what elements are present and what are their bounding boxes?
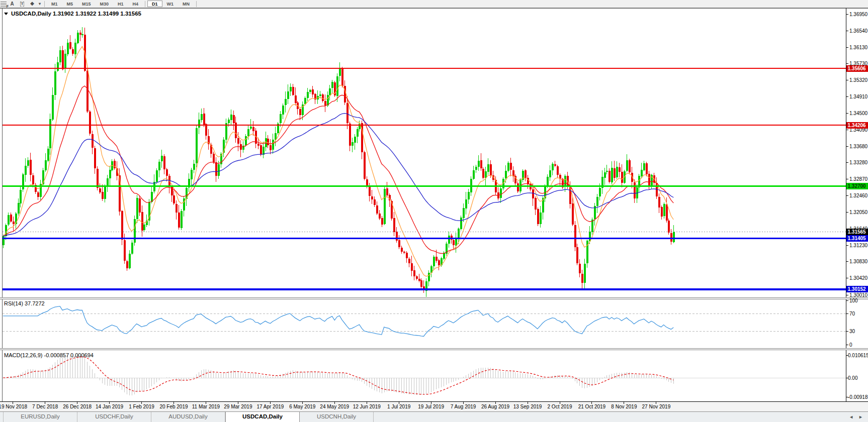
- tab-usdchf-daily[interactable]: USDCHF,Daily: [77, 412, 151, 422]
- macd-axis-label: 0.00: [848, 375, 858, 381]
- date-label: 19 Jul 2019: [418, 404, 444, 409]
- price-tick-label: 1.30420: [849, 275, 868, 281]
- timeframe-h4-button[interactable]: H4: [128, 1, 143, 7]
- date-label: 19 Nov 2018: [0, 404, 27, 409]
- chart-toolbar: F A T ❖ ▾ M1 M5 M15 M30 H1 H4 D1 W1 MN: [0, 0, 868, 8]
- date-label: 8 Nov 2019: [611, 404, 637, 409]
- toolbar-separator: [196, 1, 197, 7]
- price-tick-label: 1.33680: [849, 144, 868, 149]
- level-badge-1.34206-text: 1.34206: [848, 123, 866, 128]
- tab-usdcnh-daily[interactable]: USDCNH,Daily: [300, 412, 374, 422]
- date-label: 20 Feb 2019: [159, 404, 188, 409]
- timeframe-d1-button[interactable]: D1: [147, 1, 162, 7]
- price-tick-label: 1.32050: [849, 209, 868, 215]
- rsi-label: RSI(14) 37.7272: [4, 300, 45, 306]
- date-label: 29 Mar 2019: [224, 404, 252, 409]
- timeframe-m5-button[interactable]: M5: [62, 1, 78, 7]
- toolbar-separator: [44, 1, 45, 7]
- date-label: 12 Jun 2019: [353, 404, 381, 409]
- text-label-tool-icon[interactable]: T: [17, 1, 27, 7]
- level-badge-1.32700-text: 1.32700: [848, 183, 866, 189]
- timeframe-w1-button[interactable]: W1: [162, 1, 179, 7]
- date-label: 14 Jan 2019: [96, 404, 123, 409]
- tab-usdcad-daily[interactable]: USDCAD,Daily: [225, 411, 300, 422]
- date-label: 6 May 2019: [289, 404, 316, 409]
- date-label: 17 Apr 2019: [256, 404, 284, 409]
- macd-axis-label: 0.010615: [848, 353, 868, 358]
- timeframe-h1-button[interactable]: H1: [113, 1, 128, 7]
- arrows-tool-icon[interactable]: ❖: [27, 1, 37, 7]
- price-tick-label: 1.32870: [849, 176, 868, 182]
- tab-audusd-daily[interactable]: AUDUSD,Daily: [151, 412, 225, 422]
- toolbar-separator: [145, 1, 145, 7]
- timeframe-m30-button[interactable]: M30: [96, 1, 114, 7]
- date-label: 1 Jul 2019: [387, 404, 411, 409]
- price-tick-label: 1.33280: [849, 160, 868, 165]
- price-tick-label: 1.35320: [849, 77, 868, 83]
- level-badge-1.30152-text: 1.30152: [848, 286, 866, 292]
- price-tick-label: 1.31230: [849, 243, 868, 248]
- date-label: 7 Dec 2018: [32, 404, 58, 409]
- price-tick-label: 1.34500: [849, 111, 868, 116]
- macd-label: MACD(12,26,9) -0.000857 0.000694: [4, 352, 94, 358]
- tab-eurusd-daily[interactable]: EURUSD,Daily: [3, 412, 77, 422]
- trading-platform-window: F A T ❖ ▾ M1 M5 M15 M30 H1 H4 D1 W1 MN R…: [0, 0, 868, 422]
- tab-scroll-controls: ◄ ►: [849, 412, 868, 422]
- price-tick-label: 1.34910: [849, 94, 868, 99]
- toolbar-grip-icon[interactable]: F: [0, 1, 7, 7]
- price-tick-label: 1.32460: [849, 193, 868, 198]
- level-badge-1.31405-text: 1.31405: [848, 236, 866, 241]
- price-tick-label: 1.30830: [849, 259, 868, 264]
- arrows-dropdown-icon[interactable]: ▾: [37, 1, 42, 7]
- price-tick-label: 1.36540: [849, 28, 868, 34]
- rsi-axis-label: 0: [849, 342, 852, 348]
- symbol-tab-bar: EURUSD,Daily USDCHF,Daily AUDUSD,Daily U…: [0, 411, 868, 422]
- macd-axis-label: -0.009181: [848, 394, 868, 400]
- price-tick-label: 1.30010: [849, 292, 868, 298]
- date-label: 26 Aug 2019: [481, 404, 510, 409]
- price-tick-label: 1.36130: [849, 45, 868, 50]
- text-tool-icon[interactable]: A: [7, 1, 17, 7]
- level-badge-1.35606-text: 1.35606: [848, 66, 866, 71]
- chart-title: USDCAD,Daily 1.31902 1.31922 1.31499 1.3…: [11, 11, 142, 17]
- date-label: 21 Oct 2019: [578, 404, 606, 409]
- tab-scroll-right-icon[interactable]: ►: [858, 414, 863, 419]
- chart-background: [0, 8, 868, 402]
- chart-title-group: USDCAD,Daily 1.31902 1.31922 1.31499 1.3…: [4, 11, 142, 17]
- rsi-axis-label: 30: [849, 329, 855, 334]
- rsi-axis-label: 100: [849, 298, 858, 303]
- date-label: 26 Dec 2018: [63, 404, 92, 409]
- rsi-axis-label: 70: [849, 311, 855, 316]
- tab-scroll-left-icon[interactable]: ◄: [849, 414, 853, 419]
- current-price-badge-text: 1.31565: [848, 229, 866, 235]
- date-label: 27 Nov 2019: [642, 404, 671, 409]
- date-label: 24 May 2019: [320, 404, 349, 409]
- timeframe-m1-button[interactable]: M1: [47, 1, 62, 7]
- timeframe-mn-button[interactable]: MN: [178, 1, 194, 7]
- price-chart-canvas[interactable]: RSI(14) 37.7272MACD(12,26,9) -0.000857 0…: [0, 0, 868, 422]
- date-label: 11 Mar 2019: [192, 404, 220, 409]
- fibonacci-tool-icon: F: [1, 2, 7, 7]
- date-label: 13 Sep 2019: [513, 404, 542, 409]
- price-tick-label: 1.36950: [849, 12, 868, 17]
- date-label: 1 Feb 2019: [129, 404, 154, 409]
- date-label: 2 Oct 2019: [548, 404, 572, 409]
- date-label: 7 Aug 2019: [451, 404, 476, 409]
- timeframe-m15-button[interactable]: M15: [77, 1, 96, 7]
